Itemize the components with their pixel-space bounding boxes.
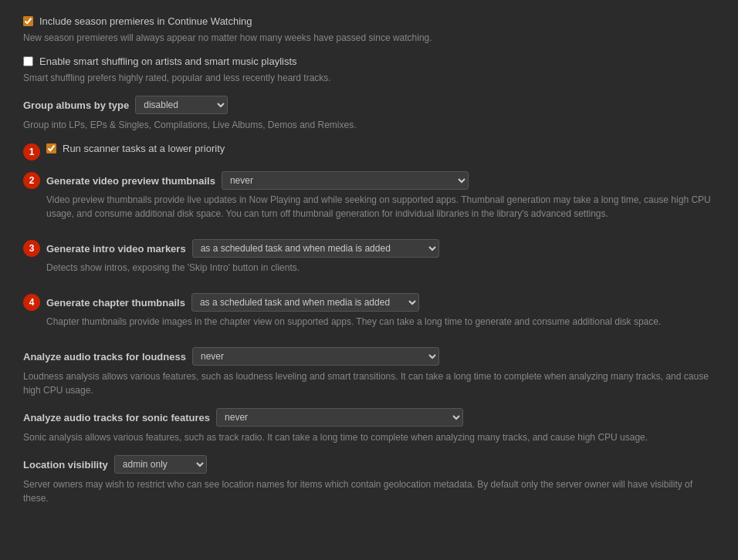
include-season-premieres-row: Include season premieres in Continue Wat… — [23, 15, 715, 27]
chapter-thumbnails-label: Generate chapter thumbnails — [46, 297, 185, 309]
location-visibility-label: Location visibility — [23, 459, 108, 471]
video-preview-thumbnails-select[interactable]: never as a scheduled task as a scheduled… — [222, 171, 469, 190]
chapter-thumbnails-row: Generate chapter thumbnails never as a s… — [46, 293, 715, 312]
section-smart-shuffling: Enable smart shuffling on artists and sm… — [23, 56, 715, 85]
smart-shuffling-label: Enable smart shuffling on artists and sm… — [39, 56, 297, 67]
badge-4: 4 — [23, 294, 40, 311]
location-visibility-row: Location visibility admin only everyone — [23, 455, 715, 474]
analyze-loudness-description: Loudness analysis allows various feature… — [23, 369, 715, 397]
scanner-tasks-label: Run scanner tasks at a lower priority — [63, 143, 225, 154]
badge-3: 3 — [23, 240, 40, 257]
chapter-thumbnails-description: Chapter thumbnails provide images in the… — [46, 315, 715, 329]
intro-video-markers-label: Generate intro video markers — [46, 243, 186, 255]
video-preview-thumbnails-label: Generate video preview thumbnails — [46, 175, 215, 187]
smart-shuffling-description: Smart shuffling prefers highly rated, po… — [23, 71, 715, 85]
scanner-tasks-row: Run scanner tasks at a lower priority — [46, 143, 715, 154]
group-albums-select[interactable]: disabled enabled — [135, 96, 228, 114]
badge-2: 2 — [23, 172, 40, 189]
smart-shuffling-row: Enable smart shuffling on artists and sm… — [23, 56, 715, 67]
intro-video-markers-numbered-row: 3 Generate intro video markers never as … — [23, 239, 715, 282]
analyze-sonic-label: Analyze audio tracks for sonic features — [23, 412, 210, 423]
analyze-loudness-label: Analyze audio tracks for loudness — [23, 351, 186, 363]
analyze-sonic-row: Analyze audio tracks for sonic features … — [23, 408, 715, 427]
section-analyze-sonic: Analyze audio tracks for sonic features … — [23, 408, 715, 444]
section-video-preview-thumbnails: 2 Generate video preview thumbnails neve… — [23, 171, 715, 228]
smart-shuffling-checkbox[interactable] — [23, 56, 33, 66]
analyze-loudness-select[interactable]: never as a scheduled task as a scheduled… — [192, 347, 439, 366]
chapter-thumbnails-select[interactable]: never as a scheduled task as a scheduled… — [191, 293, 419, 312]
chapter-thumbnails-numbered-row: 4 Generate chapter thumbnails never as a… — [23, 293, 715, 336]
video-preview-thumbnails-row: Generate video preview thumbnails never … — [46, 171, 715, 190]
location-visibility-description: Server owners may wish to restrict who c… — [23, 477, 715, 505]
video-preview-thumbnails-numbered-row: 2 Generate video preview thumbnails neve… — [23, 171, 715, 228]
section-chapter-thumbnails: 4 Generate chapter thumbnails never as a… — [23, 293, 715, 336]
video-preview-thumbnails-description: Video preview thumbnails provide live up… — [46, 193, 715, 221]
intro-video-markers-select[interactable]: never as a scheduled task as a scheduled… — [192, 239, 439, 258]
badge-1: 1 — [23, 143, 40, 160]
scanner-tasks-numbered-row: 1 Run scanner tasks at a lower priority — [23, 143, 715, 160]
group-albums-description: Group into LPs, EPs & Singles, Compilati… — [23, 118, 715, 132]
location-visibility-select[interactable]: admin only everyone — [114, 455, 207, 474]
analyze-loudness-row: Analyze audio tracks for loudness never … — [23, 347, 715, 366]
group-albums-row: Group albums by type disabled enabled — [23, 96, 715, 114]
section-analyze-loudness: Analyze audio tracks for loudness never … — [23, 347, 715, 397]
include-season-premieres-label: Include season premieres in Continue Wat… — [39, 15, 252, 27]
group-albums-label: Group albums by type — [23, 100, 129, 111]
analyze-sonic-description: Sonic analysis allows various features, … — [23, 430, 715, 444]
intro-video-markers-row: Generate intro video markers never as a … — [46, 239, 715, 258]
intro-video-markers-description: Detects show intros, exposing the 'Skip … — [46, 261, 715, 275]
section-scanner-tasks: 1 Run scanner tasks at a lower priority — [23, 143, 715, 160]
scanner-tasks-checkbox[interactable] — [46, 143, 56, 153]
include-season-premieres-checkbox[interactable] — [23, 16, 33, 26]
analyze-sonic-select[interactable]: never as a scheduled task as a scheduled… — [216, 408, 463, 427]
section-location-visibility: Location visibility admin only everyone … — [23, 455, 715, 505]
section-include-season-premieres: Include season premieres in Continue Wat… — [23, 15, 715, 45]
section-group-albums: Group albums by type disabled enabled Gr… — [23, 96, 715, 132]
include-season-premieres-description: New season premieres will always appear … — [23, 31, 715, 45]
section-intro-video-markers: 3 Generate intro video markers never as … — [23, 239, 715, 282]
